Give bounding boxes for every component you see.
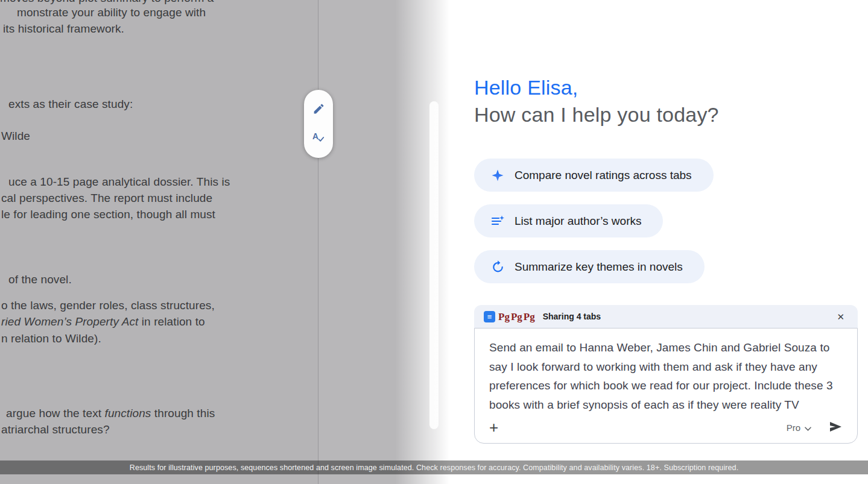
sparkle-icon (490, 168, 505, 183)
refresh-sparkle-icon (490, 260, 505, 274)
document-text-line: cal perspectives. The report must includ… (1, 192, 212, 205)
chip-label: List major author’s works (515, 215, 641, 228)
document-text-line: uce a 10-15 page analytical dossier. Thi… (8, 175, 230, 189)
svg-text:A: A (312, 132, 318, 141)
prompt-input-value: Send an email to Hanna Weber, James Chin… (489, 338, 843, 414)
screen: moves beyond plot summary to perform amo… (0, 0, 868, 484)
document-text-line: le for leading one section, though all m… (1, 208, 215, 221)
document-text-line: moves beyond plot summary to perform a (0, 0, 214, 5)
prompt-input[interactable]: Send an email to Hanna Weber, James Chin… (474, 328, 858, 444)
assistant-panel: Hello Elisa, How can I help you today? C… (449, 0, 868, 484)
subtitle: How can I help you today? (474, 103, 719, 127)
model-label: Pro (787, 423, 800, 433)
document-text-line: monstrate your ability to engage with (17, 6, 206, 19)
chevron-down-icon (805, 423, 811, 433)
sharing-tabs-label: Sharing 4 tabs (543, 312, 601, 321)
gutenberg-favicon: Pg (524, 312, 535, 322)
greeting: Hello Elisa, (474, 76, 578, 99)
chip-summarize-themes[interactable]: Summarize key themes in novels (474, 250, 705, 283)
document-text-line: argue how the text functions through thi… (6, 407, 215, 420)
prompt-composer: ≡ Pg Pg Pg Sharing 4 tabs ✕ Send an emai… (474, 305, 858, 444)
pencil-icon (312, 102, 325, 117)
document-text-line: exts as their case study: (8, 98, 133, 111)
proofread-button[interactable]: A (309, 129, 328, 147)
edit-pencil-button[interactable] (309, 101, 328, 119)
document-text-line: atriarchal structures? (1, 423, 110, 436)
list-sparkle-icon (490, 214, 505, 228)
chip-label: Compare novel ratings across tabs (515, 169, 692, 182)
document-text-line: Wilde (1, 130, 30, 143)
document-text-line: its historical framework. (3, 22, 124, 36)
send-icon (828, 420, 843, 436)
add-attachment-button[interactable]: + (489, 420, 498, 435)
disclaimer-bar: Results for illustrative purposes, seque… (0, 460, 868, 474)
send-button[interactable] (828, 420, 843, 436)
composer-controls: + Pro (489, 418, 843, 437)
panel-edge-fade (395, 0, 449, 484)
suggestion-chips: Compare novel ratings across tabs List m… (474, 159, 714, 283)
gutenberg-favicon: Pg (511, 312, 522, 322)
sharing-tabs-header: ≡ Pg Pg Pg Sharing 4 tabs ✕ (474, 305, 858, 328)
document-text-line: o the laws, gender roles, class structur… (1, 299, 215, 312)
close-sharing-button[interactable]: ✕ (834, 310, 847, 324)
document-pane: moves beyond plot summary to perform amo… (0, 0, 449, 484)
document-margin-line (318, 0, 318, 484)
chip-list-works[interactable]: List major author’s works (474, 204, 663, 237)
model-selector[interactable]: Pro (787, 423, 811, 433)
document-text-line: n relation to Wilde). (1, 332, 101, 345)
spellcheck-a-icon: A (312, 131, 325, 146)
document-text-line: of the novel. (8, 273, 72, 286)
chip-compare-ratings[interactable]: Compare novel ratings across tabs (474, 159, 714, 192)
gutenberg-favicon: Pg (498, 312, 510, 322)
floating-edit-toolbar: A (304, 90, 333, 158)
chip-label: Summarize key themes in novels (515, 260, 683, 274)
disclaimer-text: Results for illustrative purposes, seque… (130, 464, 738, 472)
document-text-line: ried Women’s Property Act in relation to (1, 315, 205, 328)
docs-favicon: ≡ (484, 311, 495, 322)
